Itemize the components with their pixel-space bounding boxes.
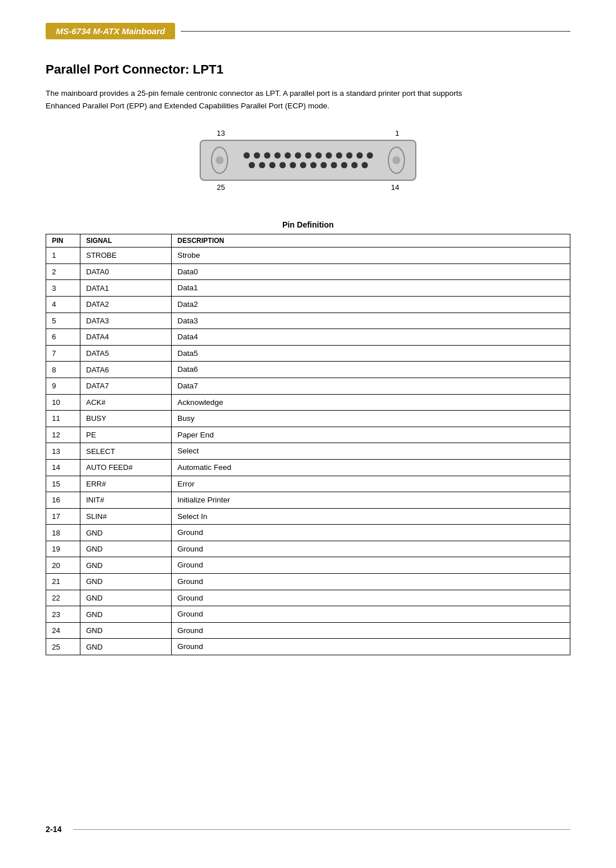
cell-description: Busy xyxy=(172,411,570,427)
cell-signal: BUSY xyxy=(80,411,172,427)
pin-dot xyxy=(274,152,281,159)
table-row: 2DATA0Data0 xyxy=(46,263,570,280)
pin-dot xyxy=(331,162,337,168)
cell-pin: 1 xyxy=(46,248,80,264)
pin-labels-bottom: 25 14 xyxy=(205,183,411,192)
table-row: 4DATA2Data2 xyxy=(46,296,570,313)
cell-description: Data3 xyxy=(172,313,570,329)
cell-signal: STROBE xyxy=(80,248,172,264)
cell-description: Select xyxy=(172,443,570,460)
table-row: 13SELECTSelect xyxy=(46,443,570,460)
cell-signal: SELECT xyxy=(80,443,172,460)
cell-description: Ground xyxy=(172,590,570,606)
cell-pin: 20 xyxy=(46,557,80,574)
cell-signal: GND xyxy=(80,557,172,574)
table-row: 9DATA7Data7 xyxy=(46,378,570,394)
table-row: 7DATA5Data5 xyxy=(46,345,570,362)
col-header-pin: Pin xyxy=(46,234,80,248)
top-left-pin-label: 13 xyxy=(217,129,225,137)
table-row: 21GNDGround xyxy=(46,574,570,590)
pin-dot xyxy=(305,152,311,159)
cell-description: Ground xyxy=(172,622,570,639)
cell-description: Acknowledge xyxy=(172,394,570,411)
table-row: 6DATA4Data4 xyxy=(46,329,570,346)
table-row: 3DATA1Data1 xyxy=(46,280,570,297)
cell-signal: GND xyxy=(80,606,172,623)
cell-signal: PE xyxy=(80,427,172,443)
cell-pin: 24 xyxy=(46,622,80,639)
pin-dot xyxy=(259,162,265,168)
cell-signal: DATA7 xyxy=(80,378,172,394)
connector-ear-left xyxy=(211,147,228,174)
col-header-description: Description xyxy=(172,234,570,248)
header-title: MS-6734 M-ATX Mainboard xyxy=(56,26,165,36)
cell-signal: DATA4 xyxy=(80,329,172,346)
cell-signal: ACK# xyxy=(80,394,172,411)
table-row: 19GNDGround xyxy=(46,541,570,557)
pin-labels-top: 13 1 xyxy=(205,129,411,137)
pins-area xyxy=(233,152,383,168)
pin-row-bottom xyxy=(233,162,383,168)
cell-signal: GND xyxy=(80,525,172,541)
pin-dot xyxy=(295,152,301,159)
pin-dot xyxy=(326,152,332,159)
cell-description: Initialize Printer xyxy=(172,492,570,509)
cell-description: Data6 xyxy=(172,362,570,378)
cell-pin: 16 xyxy=(46,492,80,509)
pin-dot xyxy=(285,152,291,159)
cell-pin: 2 xyxy=(46,263,80,280)
pin-row-top xyxy=(233,152,383,159)
table-row: 12PEPaper End xyxy=(46,427,570,443)
cell-pin: 8 xyxy=(46,362,80,378)
cell-signal: INIT# xyxy=(80,492,172,509)
connector-ear-right xyxy=(388,147,405,174)
bottom-right-pin-label: 14 xyxy=(391,183,399,192)
cell-pin: 15 xyxy=(46,476,80,492)
pin-dot xyxy=(254,152,260,159)
cell-pin: 11 xyxy=(46,411,80,427)
description: The mainboard provides a 25-pin female c… xyxy=(46,87,491,112)
table-row: 14AUTO FEED#Automatic Feed xyxy=(46,459,570,476)
header-title-box: MS-6734 M-ATX Mainboard xyxy=(46,23,175,39)
cell-pin: 14 xyxy=(46,459,80,476)
cell-signal: DATA2 xyxy=(80,296,172,313)
cell-description: Automatic Feed xyxy=(172,459,570,476)
table-row: 22GNDGround xyxy=(46,590,570,606)
cell-signal: GND xyxy=(80,541,172,557)
header-bar: MS-6734 M-ATX Mainboard xyxy=(46,23,570,39)
cell-description: Data5 xyxy=(172,345,570,362)
pin-dot xyxy=(336,152,342,159)
cell-signal: ERR# xyxy=(80,476,172,492)
cell-pin: 12 xyxy=(46,427,80,443)
cell-description: Error xyxy=(172,476,570,492)
pin-dot xyxy=(321,162,327,168)
cell-description: Paper End xyxy=(172,427,570,443)
cell-description: Data0 xyxy=(172,263,570,280)
pin-dot xyxy=(351,162,358,168)
pin-dot xyxy=(279,162,286,168)
cell-signal: DATA6 xyxy=(80,362,172,378)
cell-signal: GND xyxy=(80,639,172,655)
cell-signal: SLIN# xyxy=(80,508,172,525)
cell-description: Ground xyxy=(172,574,570,590)
table-row: 20GNDGround xyxy=(46,557,570,574)
pin-dot xyxy=(244,152,250,159)
table-row: 23GNDGround xyxy=(46,606,570,623)
pin-dot xyxy=(362,162,368,168)
cell-signal: DATA1 xyxy=(80,280,172,297)
cell-signal: GND xyxy=(80,574,172,590)
table-section: Pin Definition Pin Signal Description 1S… xyxy=(46,220,570,655)
cell-signal: AUTO FEED# xyxy=(80,459,172,476)
connector-diagram: 13 1 xyxy=(46,129,570,192)
cell-description: Strobe xyxy=(172,248,570,264)
cell-description: Data4 xyxy=(172,329,570,346)
footer: 2-14 xyxy=(46,813,570,834)
cell-description: Ground xyxy=(172,606,570,623)
footer-page-number: 2-14 xyxy=(46,825,62,834)
table-row: 16INIT#Initialize Printer xyxy=(46,492,570,509)
bottom-left-pin-label: 25 xyxy=(217,183,225,192)
pin-dot xyxy=(367,152,373,159)
table-row: 5DATA3Data3 xyxy=(46,313,570,329)
pin-dot xyxy=(310,162,317,168)
cell-pin: 9 xyxy=(46,378,80,394)
